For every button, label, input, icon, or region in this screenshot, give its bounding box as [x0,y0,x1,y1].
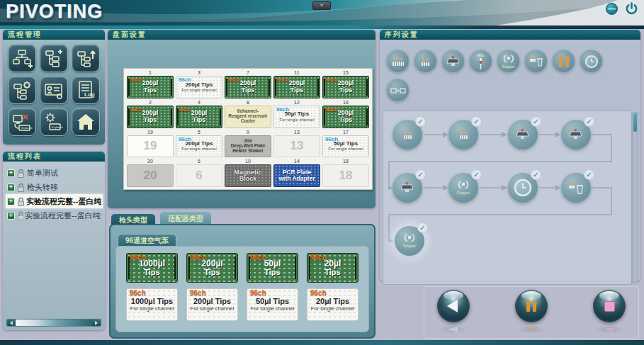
deck-slot-1[interactable]: 1 96ch 200µl Tips [127,70,174,99]
flow-node-heater[interactable]: ✓ [508,120,538,149]
flow-node-tip8[interactable]: 8ch ✓ [448,120,478,149]
deck-slot-8[interactable]: 8 6channel- Reagent reservoir Cooler [225,100,271,129]
tip-96ch-1000ul[interactable]: 96ch 1000µl Tips [126,253,178,283]
plate-head: 96ch [310,254,327,262]
expand-icon[interactable]: + [7,212,15,220]
deck-slot-3[interactable]: 3 96ch 200µl Tips For single channel [176,70,222,99]
slot-number: 1 [127,70,174,76]
plate-line: Tips [193,117,205,123]
power-button[interactable] [625,2,638,16]
step-back-button[interactable] [437,290,470,322]
empty-slot: 13 [273,135,320,158]
deck-slot-6[interactable]: 6 6 [176,159,222,188]
slot-number: 9 [225,130,271,135]
minimize-icon: — [608,5,616,13]
plate-line: Heater Shaker [232,149,264,154]
plate-head: 96ch [179,107,191,113]
sequence-canvas[interactable]: 8ch ✓ 8ch ✓ [383,111,632,285]
flow-node-gripper[interactable]: Gripper ✓ [448,173,478,203]
plate-line: Tips [144,87,157,94]
tip-rack-icon [421,62,430,66]
sequence-body: 96ch 8ch Mix [380,40,640,281]
flow-node-heater[interactable]: ✓ [561,120,591,149]
tip-single-200ul[interactable]: 96ch 200µl Tips For single channel [186,288,238,321]
deck-slot-11[interactable]: 11 96ch 200µl Tips [273,70,320,99]
keyboard-settings-button[interactable]: Keyboard [40,108,68,136]
tip-96ch-50ul[interactable]: 96ch 50µl Tips [247,253,298,283]
tip-96ch-200ul[interactable]: 96ch 200µl Tips [186,253,238,283]
process-list-item[interactable]: + 实验流程完整--蛋白纯化 1列 3 [6,208,103,222]
tip-rack-icon [392,62,404,66]
deck-slot-12[interactable]: 12 96ch 50µl Tips For single channel [273,100,320,129]
seq-tool-96ch-button[interactable]: 96ch [386,50,409,73]
stop-button[interactable] [593,290,626,322]
plate-tip-rack: 96ch 200µl Tips [322,76,369,98]
expand-icon[interactable]: + [7,169,15,177]
plate-line: Tips [144,268,159,277]
deck-slot-7[interactable]: 7 96ch 200µl Tips [225,70,271,99]
deck-slot-14[interactable]: 14 PCR Plate with Adapter [273,159,320,188]
process-mgmt-header: 流程管理 [3,30,105,40]
minimize-button[interactable]: — [606,3,618,15]
tip-single-50ul[interactable]: 96ch 50µl Tips For single channel [247,288,298,321]
plate-tip-rack: 96ch 200µl Tips [127,106,174,128]
expand-icon[interactable]: + [7,183,15,191]
seq-tool-transfer-button[interactable] [386,79,409,102]
seq-tool-plate-button[interactable] [441,50,465,73]
disconnect-device-button[interactable]: Keyboard [8,108,36,136]
deck-slot-20[interactable]: 20 20 [127,159,174,188]
deck-slot-18[interactable]: 18 18 [322,159,369,188]
seq-tool-pause-button[interactable] [552,50,575,73]
flow-settings-button[interactable] [8,76,36,104]
tip-96ch-20ul[interactable]: 96ch 20µl Tips [307,253,358,283]
process-list-item[interactable]: + 枪头转移 [6,180,103,194]
seq-tool-timer-button[interactable] [580,50,603,73]
scroll-left-button[interactable] [7,319,16,326]
flow-node-timer[interactable]: ✓ [508,173,538,203]
deck-slot-16[interactable]: 16 96ch 200µl Tips [322,100,369,129]
scroll-thumb[interactable] [633,113,637,132]
seq-tool-8ch-button[interactable]: 8ch [414,50,437,73]
arrow-left-icon [10,321,13,325]
plate-magnetic-block: Magnetic Block [225,164,271,187]
deck-slot-17[interactable]: 17 96ch 50µl Tips For single channel [322,130,369,159]
flow-node-tip8[interactable]: 8ch ✓ [392,120,422,149]
deck-slot-9[interactable]: 9 2ml Deep-Well Plate Heater Shaker [225,130,271,159]
pause-button[interactable] [515,290,548,322]
tip-single-20ul[interactable]: 96ch 20µl Tips For single channel [307,288,358,321]
home-button[interactable] [72,108,100,136]
seq-tool-gripper-button[interactable]: Gripper [497,50,520,73]
deck-slot-10[interactable]: 10 Magnetic Block [225,159,271,188]
deck-slot-15[interactable]: 15 96ch 200µl Tips [322,70,369,99]
tip-single-1000ul[interactable]: 96ch 1000µl Tips For single channel [126,288,178,321]
plate-line: Block [239,176,257,182]
seq-tool-mix-button[interactable]: Mix [469,50,492,73]
process-list-hscrollbar[interactable] [6,319,101,327]
deck-slot-2[interactable]: 2 96ch 200µl Tips [127,100,174,129]
slot-number: 19 [127,130,174,135]
export-flow-button[interactable] [72,44,100,72]
deck-slot-5[interactable]: 5 96ch 200µl Tips For single channel [176,130,222,159]
log-button[interactable]: Log [72,76,100,104]
tab-96ch-air-pump[interactable]: 96通道空气泵 [118,234,176,246]
deck-slot-13[interactable]: 13 13 [273,130,320,159]
collapse-header-button[interactable]: ˅ [312,1,331,10]
scroll-right-button[interactable] [92,319,101,326]
process-list-item[interactable]: + 简单测试 [6,166,103,180]
expand-icon[interactable]: + [7,198,15,205]
flow-node-gripper-selected[interactable]: Gripper ✓ [395,226,424,256]
deck-slot-4[interactable]: 4 96ch 200µl Tips [176,100,222,129]
seq-tool-discard-button[interactable] [524,50,548,73]
new-flow-button[interactable] [8,44,36,72]
slot-number: 7 [225,70,271,76]
flow-node-discard[interactable]: ✓ [561,173,591,203]
user-settings-button[interactable] [40,76,68,104]
process-list-item-selected[interactable]: + 实验流程完整--蛋白纯化 [6,194,103,208]
deck-slot-19[interactable]: 19 19 [127,130,174,159]
sequence-vscrollbar[interactable] [632,112,638,283]
flow-node-heater[interactable]: ✓ [392,173,422,203]
add-step-button[interactable] [40,44,68,72]
scroll-track[interactable] [16,319,92,326]
slot-number: 10 [225,159,271,164]
lock-icon [17,197,24,206]
